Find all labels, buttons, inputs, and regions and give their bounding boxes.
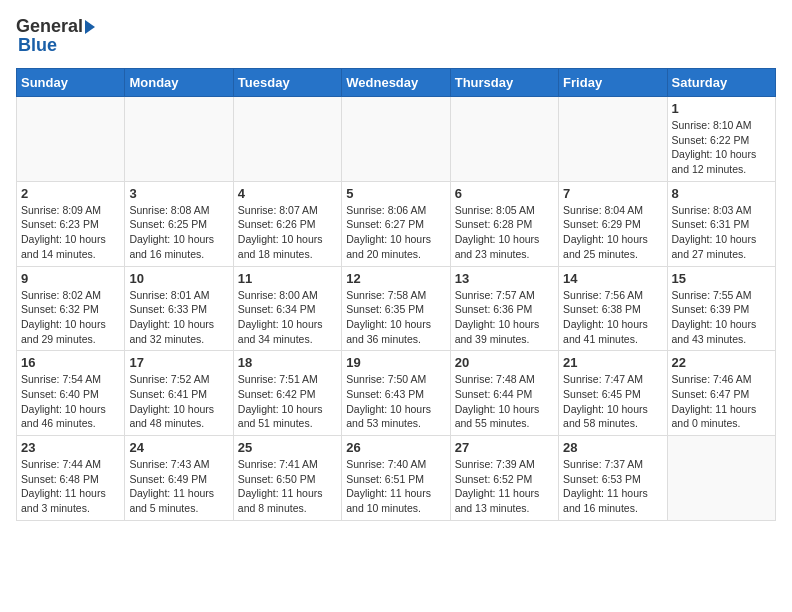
calendar-day-cell: [17, 97, 125, 182]
calendar-day-cell: 9Sunrise: 8:02 AM Sunset: 6:32 PM Daylig…: [17, 266, 125, 351]
calendar-day-cell: 24Sunrise: 7:43 AM Sunset: 6:49 PM Dayli…: [125, 436, 233, 521]
day-number: 3: [129, 186, 228, 201]
day-info: Sunrise: 8:05 AM Sunset: 6:28 PM Dayligh…: [455, 203, 554, 262]
day-number: 14: [563, 271, 662, 286]
calendar-day-cell: [125, 97, 233, 182]
day-info: Sunrise: 8:02 AM Sunset: 6:32 PM Dayligh…: [21, 288, 120, 347]
day-number: 26: [346, 440, 445, 455]
day-number: 4: [238, 186, 337, 201]
calendar-week-row: 16Sunrise: 7:54 AM Sunset: 6:40 PM Dayli…: [17, 351, 776, 436]
day-number: 1: [672, 101, 771, 116]
calendar-day-cell: 2Sunrise: 8:09 AM Sunset: 6:23 PM Daylig…: [17, 181, 125, 266]
day-info: Sunrise: 8:01 AM Sunset: 6:33 PM Dayligh…: [129, 288, 228, 347]
logo: General Blue: [16, 16, 95, 56]
calendar-day-cell: [667, 436, 775, 521]
day-info: Sunrise: 7:46 AM Sunset: 6:47 PM Dayligh…: [672, 372, 771, 431]
day-number: 24: [129, 440, 228, 455]
day-info: Sunrise: 8:08 AM Sunset: 6:25 PM Dayligh…: [129, 203, 228, 262]
calendar-day-cell: [342, 97, 450, 182]
day-number: 20: [455, 355, 554, 370]
calendar-day-cell: 1Sunrise: 8:10 AM Sunset: 6:22 PM Daylig…: [667, 97, 775, 182]
day-number: 2: [21, 186, 120, 201]
calendar-day-cell: 26Sunrise: 7:40 AM Sunset: 6:51 PM Dayli…: [342, 436, 450, 521]
day-number: 28: [563, 440, 662, 455]
day-number: 27: [455, 440, 554, 455]
day-info: Sunrise: 7:47 AM Sunset: 6:45 PM Dayligh…: [563, 372, 662, 431]
weekday-header-sunday: Sunday: [17, 69, 125, 97]
day-number: 5: [346, 186, 445, 201]
weekday-header-row: SundayMondayTuesdayWednesdayThursdayFrid…: [17, 69, 776, 97]
day-info: Sunrise: 7:40 AM Sunset: 6:51 PM Dayligh…: [346, 457, 445, 516]
day-number: 12: [346, 271, 445, 286]
calendar-day-cell: 14Sunrise: 7:56 AM Sunset: 6:38 PM Dayli…: [559, 266, 667, 351]
calendar-day-cell: 25Sunrise: 7:41 AM Sunset: 6:50 PM Dayli…: [233, 436, 341, 521]
calendar-day-cell: 11Sunrise: 8:00 AM Sunset: 6:34 PM Dayli…: [233, 266, 341, 351]
weekday-header-thursday: Thursday: [450, 69, 558, 97]
calendar-day-cell: 20Sunrise: 7:48 AM Sunset: 6:44 PM Dayli…: [450, 351, 558, 436]
day-info: Sunrise: 7:56 AM Sunset: 6:38 PM Dayligh…: [563, 288, 662, 347]
day-info: Sunrise: 7:58 AM Sunset: 6:35 PM Dayligh…: [346, 288, 445, 347]
calendar-day-cell: [450, 97, 558, 182]
calendar-day-cell: 18Sunrise: 7:51 AM Sunset: 6:42 PM Dayli…: [233, 351, 341, 436]
calendar-week-row: 1Sunrise: 8:10 AM Sunset: 6:22 PM Daylig…: [17, 97, 776, 182]
day-info: Sunrise: 7:52 AM Sunset: 6:41 PM Dayligh…: [129, 372, 228, 431]
day-info: Sunrise: 8:09 AM Sunset: 6:23 PM Dayligh…: [21, 203, 120, 262]
logo-arrow-icon: [85, 20, 95, 34]
weekday-header-friday: Friday: [559, 69, 667, 97]
day-info: Sunrise: 7:51 AM Sunset: 6:42 PM Dayligh…: [238, 372, 337, 431]
calendar-day-cell: 5Sunrise: 8:06 AM Sunset: 6:27 PM Daylig…: [342, 181, 450, 266]
day-number: 18: [238, 355, 337, 370]
calendar-day-cell: 22Sunrise: 7:46 AM Sunset: 6:47 PM Dayli…: [667, 351, 775, 436]
logo-blue-text: Blue: [18, 35, 57, 56]
day-info: Sunrise: 7:41 AM Sunset: 6:50 PM Dayligh…: [238, 457, 337, 516]
calendar-day-cell: 8Sunrise: 8:03 AM Sunset: 6:31 PM Daylig…: [667, 181, 775, 266]
day-number: 17: [129, 355, 228, 370]
calendar-day-cell: 19Sunrise: 7:50 AM Sunset: 6:43 PM Dayli…: [342, 351, 450, 436]
day-info: Sunrise: 7:50 AM Sunset: 6:43 PM Dayligh…: [346, 372, 445, 431]
day-number: 10: [129, 271, 228, 286]
day-info: Sunrise: 7:39 AM Sunset: 6:52 PM Dayligh…: [455, 457, 554, 516]
calendar-day-cell: 28Sunrise: 7:37 AM Sunset: 6:53 PM Dayli…: [559, 436, 667, 521]
day-info: Sunrise: 8:06 AM Sunset: 6:27 PM Dayligh…: [346, 203, 445, 262]
logo-general-text: General: [16, 16, 83, 37]
day-info: Sunrise: 7:57 AM Sunset: 6:36 PM Dayligh…: [455, 288, 554, 347]
page-header: General Blue: [16, 16, 776, 56]
calendar-day-cell: 12Sunrise: 7:58 AM Sunset: 6:35 PM Dayli…: [342, 266, 450, 351]
day-number: 7: [563, 186, 662, 201]
calendar-day-cell: [559, 97, 667, 182]
day-info: Sunrise: 7:37 AM Sunset: 6:53 PM Dayligh…: [563, 457, 662, 516]
calendar-day-cell: [233, 97, 341, 182]
weekday-header-wednesday: Wednesday: [342, 69, 450, 97]
calendar-week-row: 9Sunrise: 8:02 AM Sunset: 6:32 PM Daylig…: [17, 266, 776, 351]
day-info: Sunrise: 8:07 AM Sunset: 6:26 PM Dayligh…: [238, 203, 337, 262]
day-number: 23: [21, 440, 120, 455]
calendar-day-cell: 17Sunrise: 7:52 AM Sunset: 6:41 PM Dayli…: [125, 351, 233, 436]
calendar-day-cell: 6Sunrise: 8:05 AM Sunset: 6:28 PM Daylig…: [450, 181, 558, 266]
calendar-day-cell: 13Sunrise: 7:57 AM Sunset: 6:36 PM Dayli…: [450, 266, 558, 351]
day-number: 6: [455, 186, 554, 201]
day-info: Sunrise: 7:54 AM Sunset: 6:40 PM Dayligh…: [21, 372, 120, 431]
day-number: 25: [238, 440, 337, 455]
weekday-header-tuesday: Tuesday: [233, 69, 341, 97]
weekday-header-saturday: Saturday: [667, 69, 775, 97]
calendar-table: SundayMondayTuesdayWednesdayThursdayFrid…: [16, 68, 776, 521]
calendar-day-cell: 4Sunrise: 8:07 AM Sunset: 6:26 PM Daylig…: [233, 181, 341, 266]
calendar-day-cell: 7Sunrise: 8:04 AM Sunset: 6:29 PM Daylig…: [559, 181, 667, 266]
calendar-day-cell: 27Sunrise: 7:39 AM Sunset: 6:52 PM Dayli…: [450, 436, 558, 521]
day-number: 11: [238, 271, 337, 286]
day-number: 9: [21, 271, 120, 286]
day-info: Sunrise: 8:04 AM Sunset: 6:29 PM Dayligh…: [563, 203, 662, 262]
day-info: Sunrise: 8:00 AM Sunset: 6:34 PM Dayligh…: [238, 288, 337, 347]
day-info: Sunrise: 7:44 AM Sunset: 6:48 PM Dayligh…: [21, 457, 120, 516]
calendar-day-cell: 10Sunrise: 8:01 AM Sunset: 6:33 PM Dayli…: [125, 266, 233, 351]
day-number: 19: [346, 355, 445, 370]
calendar-day-cell: 21Sunrise: 7:47 AM Sunset: 6:45 PM Dayli…: [559, 351, 667, 436]
day-info: Sunrise: 8:10 AM Sunset: 6:22 PM Dayligh…: [672, 118, 771, 177]
day-info: Sunrise: 7:55 AM Sunset: 6:39 PM Dayligh…: [672, 288, 771, 347]
calendar-week-row: 2Sunrise: 8:09 AM Sunset: 6:23 PM Daylig…: [17, 181, 776, 266]
day-number: 16: [21, 355, 120, 370]
day-number: 22: [672, 355, 771, 370]
day-info: Sunrise: 7:43 AM Sunset: 6:49 PM Dayligh…: [129, 457, 228, 516]
calendar-day-cell: 23Sunrise: 7:44 AM Sunset: 6:48 PM Dayli…: [17, 436, 125, 521]
day-number: 13: [455, 271, 554, 286]
